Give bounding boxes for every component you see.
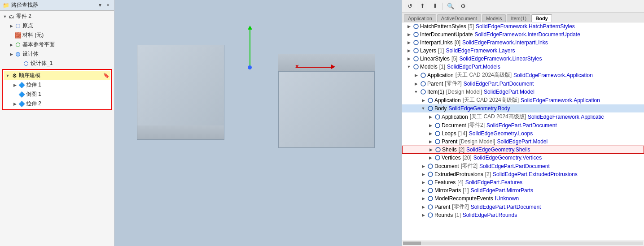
expand-extrude2[interactable]: ▶	[12, 101, 18, 107]
expand-app_model[interactable]: ▶	[413, 72, 419, 78]
type-modelrecompute: IUnknown	[495, 195, 519, 202]
tab-models[interactable]: Models	[482, 14, 506, 22]
expand-doc_body[interactable]: ▶	[427, 122, 434, 129]
expand-app_body[interactable]: ▶	[427, 114, 434, 120]
expand-shells[interactable]: ▶	[428, 147, 434, 153]
tab-activedocument[interactable]: ActiveDocument	[437, 14, 481, 22]
expand-loops[interactable]: ▶	[427, 130, 434, 137]
expand-extrudedpro[interactable]: ▶	[420, 171, 426, 177]
toolbar-refresh-btn[interactable]: ↺	[405, 1, 415, 11]
expand-linearstyles[interactable]: ▶	[406, 56, 412, 62]
expand-models[interactable]: ▼	[406, 64, 412, 70]
rtree-item-vertices[interactable]: ▶Vertices[20]SolidEdgeGeometry.Vertices	[402, 154, 644, 162]
rtree-item-loops[interactable]: ▶Loops[14]SolidEdgeGeometry.Loops	[402, 129, 644, 138]
tree-item-origin[interactable]: ▶ 原点	[0, 21, 114, 30]
rtree-item-parent_model[interactable]: ▶Parent[零件2]SolidEdgePart.PartDocument	[402, 79, 644, 88]
panel-pin-btn[interactable]: ▼	[97, 2, 103, 9]
expand-vertices[interactable]: ▶	[427, 155, 434, 161]
tab-body[interactable]: Body	[531, 14, 552, 22]
tab-application[interactable]: Application	[404, 14, 436, 22]
expand-doc_item1[interactable]: ▶	[420, 163, 426, 169]
rtree-item-parent_item1[interactable]: ▶Parent[零件2]SolidEdgePart.PartDocument	[402, 203, 644, 211]
expand-mirrorparts[interactable]: ▶	[420, 187, 426, 194]
expand-extrude1[interactable]: ▶	[12, 82, 18, 88]
count-rounds: [1]	[455, 212, 460, 218]
tree-item-extrude2[interactable]: ▶ 🔷 拉伸 2	[4, 99, 110, 108]
scrollbar-thumb[interactable]	[403, 242, 421, 245]
tree-item-extrude1[interactable]: ▶ 🔷 拉伸 1	[4, 80, 110, 90]
expand-app_item1[interactable]: ▶	[420, 97, 426, 104]
tree-item-designbody1[interactable]: ▶ 设计体_1	[0, 59, 114, 68]
expand-interpart[interactable]: ▶	[406, 39, 412, 46]
rtree-item-modelrecompute[interactable]: ▶ModelRecomputeEventsIUnknown	[402, 194, 644, 203]
rtree-item-app_item1[interactable]: ▶Application[天工 CAD 2024高级版]SolidEdgeFra…	[402, 96, 644, 104]
rtree-item-item1[interactable]: ▼Item(1)[Design Model]SolidEdgePart.Mode…	[402, 88, 644, 96]
sequential-group-header[interactable]: ▼ ⚙ 顺序建模 🔖	[4, 71, 110, 80]
tree-item-baseplane[interactable]: ▶ 基本参考平面	[0, 40, 114, 49]
right-scrollbar[interactable]	[402, 240, 644, 246]
tree-item-part2[interactable]: ▼ 🗂 零件 2	[0, 12, 114, 21]
svg-point-17	[428, 164, 433, 168]
expand-designbody[interactable]: ▶	[8, 51, 14, 57]
rtree-item-interdoc[interactable]: ▶InterDocumentUpdateSolidEdgeFramework.I…	[402, 30, 644, 39]
type-extrudedpro: SolidEdgePart.ExtrudedProtrusions	[493, 171, 578, 177]
axis-y-arrow	[248, 26, 252, 30]
rtree-item-body_item1[interactable]: ▼BodySolidEdgeGeometry.Body	[402, 104, 644, 112]
expand-rounds[interactable]: ▶	[420, 212, 426, 218]
tree-item-material[interactable]: ▶ 🧱 材料 (无)	[0, 30, 114, 40]
expand-item1[interactable]: ▼	[413, 89, 419, 95]
expand-features[interactable]: ▶	[420, 179, 426, 186]
count-parent_body: [Design Model]	[459, 138, 495, 145]
expand-parent_body[interactable]: ▶	[427, 138, 434, 145]
expand-sequential[interactable]: ▼	[4, 73, 11, 79]
tree-item-designbody[interactable]: ▶ 设计体	[0, 49, 114, 59]
rtree-item-doc_body[interactable]: ▶Document[零件2]SolidEdgePart.PartDocument	[402, 121, 644, 129]
icon-app_item1	[427, 97, 434, 104]
rtree-item-linearstyles[interactable]: ▶LinearStyles[5]SolidEdgeFramework.Linea…	[402, 55, 644, 63]
name-app_body: Application	[442, 114, 468, 120]
name-vertices: Vertices	[442, 155, 461, 161]
expand-hatch[interactable]: ▶	[406, 23, 412, 30]
panel-close-btn[interactable]: ×	[105, 2, 111, 9]
label-designbody: 设计体	[22, 50, 39, 58]
label-material: 材料 (无)	[22, 31, 44, 39]
left-panel: 📁 路径查找器 ▼ × ▼ 🗂 零件 2 ▶ 原点 ▶ 🧱	[0, 0, 114, 246]
axis-x-arrow	[331, 65, 335, 69]
toolbar-settings-btn[interactable]: ⚙	[458, 1, 468, 11]
rtree-item-mirrorparts[interactable]: ▶MirrorParts[1]SolidEdgePart.MirrorParts	[402, 186, 644, 194]
count-interpart: [0]	[455, 39, 460, 46]
right-panel: ↺ ⬆ ⬇ 🔍 ⚙ Application ActiveDocument Mod…	[402, 0, 644, 246]
expand-part2[interactable]: ▼	[2, 13, 8, 20]
toolbar-up-btn[interactable]: ⬆	[417, 1, 427, 11]
rtree-item-app_model[interactable]: ▶Application[天工 CAD 2024高级版]SolidEdgeFra…	[402, 71, 644, 79]
icon-extrudedpro	[427, 171, 434, 177]
tab-item1[interactable]: Item(1)	[507, 14, 530, 22]
expand-modelrecompute[interactable]: ▶	[420, 195, 426, 202]
expand-parent_item1[interactable]: ▶	[420, 204, 426, 210]
rtree-item-parent_body[interactable]: ▶Parent[Design Model]SolidEdgePart.Model	[402, 138, 644, 146]
expand-parent_model[interactable]: ▶	[413, 81, 419, 87]
rtree-item-app_body[interactable]: ▶Application[天工 CAD 2024高级版]SolidEdgeFra…	[402, 112, 644, 121]
rtree-item-doc_item1[interactable]: ▶Document[零件2]SolidEdgePart.PartDocument	[402, 162, 644, 170]
expand-body_item1[interactable]: ▼	[420, 105, 426, 112]
expand-origin[interactable]: ▶	[8, 23, 14, 29]
rtree-item-hatch[interactable]: ▶HatchPatternStyles[5]SolidEdgeFramework…	[402, 22, 644, 30]
count-item1: [Design Model]	[446, 89, 482, 95]
rtree-item-extrudedpro[interactable]: ▶ExtrudedProtrusions[2]SolidEdgePart.Ext…	[402, 170, 644, 178]
rtree-item-models[interactable]: ▼Models[1]SolidEdgePart.Models	[402, 63, 644, 71]
name-models: Models	[420, 64, 438, 70]
toolbar-search-btn[interactable]: 🔍	[446, 1, 456, 11]
expand-layers[interactable]: ▶	[406, 47, 412, 54]
scrollbar-track[interactable]	[403, 242, 643, 245]
rtree-item-rounds[interactable]: ▶Rounds[1]SolidEdgePart.Rounds	[402, 211, 644, 219]
expand-interdoc[interactable]: ▶	[406, 31, 412, 38]
count-doc_body: [零件2]	[468, 121, 485, 129]
rtree-item-interpart[interactable]: ▶InterpartLinks[0]SolidEdgeFramework.Int…	[402, 39, 644, 47]
toolbar-down-btn[interactable]: ⬇	[430, 1, 440, 11]
expand-baseplane[interactable]: ▶	[8, 42, 14, 48]
rtree-item-shells[interactable]: ▶Shells[2]SolidEdgeGeometry.Shells	[402, 146, 644, 154]
svg-point-19	[428, 180, 433, 185]
rtree-item-layers[interactable]: ▶Layers[1]SolidEdgeFramework.Layers	[402, 47, 644, 55]
rtree-item-features[interactable]: ▶Features[4]SolidEdgePart.Features	[402, 178, 644, 186]
tree-item-revolve1[interactable]: ▶ 🔷 倒图 1	[4, 90, 110, 99]
